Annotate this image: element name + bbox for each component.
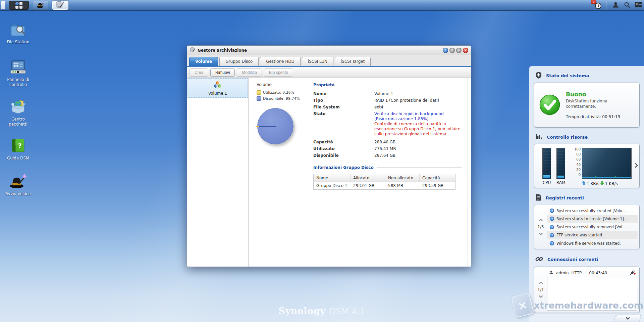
svg-text:?: ? <box>18 142 22 150</box>
desktop-icon-label: Pannello di controllo <box>2 77 34 87</box>
info-icon <box>550 233 554 237</box>
table-header-row: Nome Allocato Non allocato Capacità <box>314 174 455 182</box>
tab-gestione-hdd[interactable]: Gestione HDD <box>260 57 301 66</box>
sidebar-collapse-button[interactable] <box>613 315 642 322</box>
bar-chart-icon <box>535 133 543 141</box>
cell-capacita: 293.59 GB <box>420 182 455 189</box>
help-button[interactable]: ? <box>443 48 448 53</box>
brand-version-text: DSM 4.1 <box>329 307 365 316</box>
log-entry: Windows file service was started. <box>547 239 638 247</box>
shield-icon <box>535 72 542 80</box>
desktop-icon-centro-pacchetti[interactable]: Centro pacchetti <box>2 99 34 127</box>
user-menu-button[interactable] <box>610 0 621 10</box>
download-rate: 1 KB/s <box>605 181 618 186</box>
prop-value-nome: Volume 1 <box>374 91 393 96</box>
ram-label: RAM <box>556 180 565 185</box>
connection-protocol: HTTP <box>572 271 582 275</box>
tab-iscsi-lun[interactable]: iSCSI LUN <box>302 57 333 66</box>
properties-heading: Proprietà <box>313 83 335 87</box>
axis-tick: 0 <box>571 172 581 177</box>
show-desktop-button[interactable] <box>1 1 5 9</box>
log-text: System starts to create [Volume 1]... <box>556 217 628 221</box>
magic-hat-icon <box>37 1 45 9</box>
create-button[interactable]: Crea <box>190 68 208 77</box>
cpu-label: CPU <box>542 180 551 185</box>
pie-used-slice <box>256 126 276 127</box>
network-upload-line <box>582 177 631 178</box>
tab-gruppo-disco[interactable]: Gruppo Disco <box>219 57 259 66</box>
storage-disk-icon <box>190 47 196 54</box>
maximize-button[interactable]: + <box>456 48 462 53</box>
info-icon <box>550 209 554 213</box>
prop-label-filesystem: File System <box>313 105 374 109</box>
log-text: Windows file service was started. <box>556 241 621 246</box>
minimize-button[interactable]: • <box>449 48 455 53</box>
main-menu-button[interactable] <box>9 1 29 10</box>
ram-gauge-fill <box>557 176 564 178</box>
prop-value-utilizzato: 776.43 MB <box>374 146 396 151</box>
search-button[interactable] <box>621 0 633 10</box>
network-chart-axis: 100 80 60 40 20 0 <box>571 147 581 177</box>
main-menu-icon <box>15 2 22 9</box>
desktop-icon-pannello-di-controllo[interactable]: Pannello di controllo <box>2 60 34 87</box>
table-row: Gruppo Disco 1 293.01 GB 588 MB 293.59 G… <box>314 182 455 189</box>
prop-label-utilizzato: Utilizzato <box>313 146 374 151</box>
ram-gauge <box>556 148 565 179</box>
pilot-view-sidebar: Stato del sistema Buono DiskStation funz… <box>529 66 644 322</box>
remove-button[interactable]: Rimuovi <box>210 68 235 77</box>
taskbar-item-avvio-veloce[interactable] <box>33 1 48 10</box>
system-tray: i 2 <box>593 0 644 10</box>
network-download-point <box>595 176 596 177</box>
control-panel-icon <box>10 60 26 76</box>
close-button[interactable]: × <box>463 48 468 53</box>
upload-arrow-icon <box>582 181 586 186</box>
log-text: System successfully created [Volu... <box>556 209 626 213</box>
connections-pager: 1/1 <box>534 269 547 311</box>
tab-volume[interactable]: Volume <box>189 57 218 66</box>
beep-off-button[interactable]: Bip spento <box>264 68 293 77</box>
tab-iscsi-target[interactable]: iSCSI Target <box>335 57 371 66</box>
taskbar-item-gestore-archiviazione[interactable] <box>52 1 68 10</box>
prop-label-capacita: Capacità <box>313 140 374 144</box>
desktop-icon-label: Avvio veloce <box>5 191 31 196</box>
logs-pager: 1/5 <box>534 207 547 247</box>
legend-used-label: Utilizzato: 0.26% <box>263 90 294 95</box>
legend-used-swatch <box>257 90 261 95</box>
prop-value-disponibile: 287.64 GB <box>374 153 395 158</box>
col-capacita: Capacità <box>420 174 455 182</box>
log-entry: System starts to create [Volume 1]... <box>547 215 638 223</box>
heading-rule <box>338 85 462 85</box>
desktop-icon-file-station[interactable]: File Station <box>2 21 34 45</box>
volume-usage-pie-chart <box>257 108 293 144</box>
next-resource-chevron[interactable] <box>633 163 638 168</box>
volume-list-item-selected[interactable]: Volume 1 <box>187 78 248 98</box>
properties-heading-row: Proprietà <box>313 83 462 87</box>
desktop-icon-avvio-veloce[interactable]: Avvio veloce <box>2 174 34 196</box>
connection-duration: 00:43:40 <box>589 271 607 275</box>
storage-disk-icon <box>56 1 65 10</box>
recent-logs-card: 1/5 System successfully created [Volu...… <box>534 205 640 249</box>
status-info-text: Verifica dischi rigidi in background (Ri… <box>374 111 462 121</box>
upload-rate: 1 KB/s <box>587 181 599 186</box>
status-ok-check-icon <box>539 94 560 117</box>
page-up-chevron[interactable] <box>539 281 543 286</box>
recent-logs-header: Registri recenti <box>535 194 644 202</box>
disk-group-heading-row: Informazioni Gruppo Disco <box>313 165 462 170</box>
system-status-title: Stato del sistema <box>546 73 589 78</box>
page-down-chevron[interactable] <box>539 294 543 298</box>
pilot-view-button[interactable] <box>633 0 644 10</box>
desktop-icon-guida-dsm[interactable]: ? Guida DSM <box>2 138 34 161</box>
cpu-gauge-fill <box>543 175 550 178</box>
cell-allocato: 293.01 GB <box>351 182 385 189</box>
disconnect-icon[interactable] <box>630 270 636 276</box>
prop-label-nome: Nome <box>313 91 374 96</box>
volume-item-label: Volume 1 <box>208 91 227 96</box>
person-icon <box>549 270 553 276</box>
page-up-chevron[interactable] <box>539 219 543 223</box>
window-titlebar[interactable]: Gestore archiviazione ? • + × <box>187 46 471 55</box>
file-station-icon <box>10 21 26 38</box>
scroll-gutter <box>468 78 468 267</box>
edit-button[interactable]: Modifica <box>237 68 262 77</box>
page-down-chevron[interactable] <box>539 231 543 235</box>
notifications-button[interactable]: i 2 <box>593 2 601 9</box>
